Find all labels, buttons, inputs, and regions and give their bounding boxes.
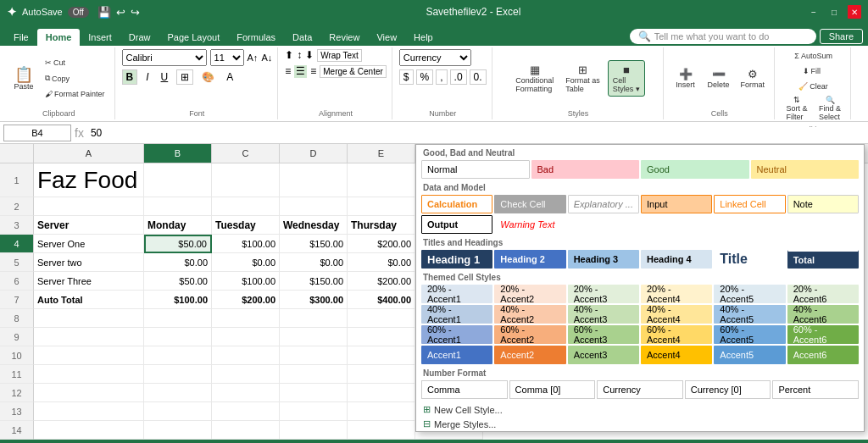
cell-b3[interactable]: Monday <box>144 216 212 235</box>
cell-a3[interactable]: Server <box>34 216 144 235</box>
cell-a8[interactable] <box>34 309 144 328</box>
bold-button[interactable]: B <box>122 69 138 85</box>
col-header-e[interactable]: E <box>348 144 415 163</box>
cell-styles-button[interactable]: ■ CellStyles ▾ <box>608 60 645 97</box>
cell-d8[interactable] <box>280 309 348 328</box>
cell-d13[interactable] <box>280 402 348 421</box>
cell-b4[interactable]: $50.00 <box>144 235 212 253</box>
cell-a2[interactable] <box>34 197 144 216</box>
cell-a9[interactable] <box>34 328 144 346</box>
accent2-btn[interactable]: Accent2 <box>494 346 565 364</box>
style-note-btn[interactable]: Note <box>787 195 859 213</box>
cell-b7[interactable]: $100.00 <box>144 291 212 309</box>
cell-c11[interactable] <box>212 365 280 384</box>
style-check-btn[interactable]: Check Cell <box>494 195 565 213</box>
copy-button[interactable]: ⧉Copy <box>41 71 109 86</box>
accent5-20-btn[interactable]: 20% - Accent5 <box>714 285 785 303</box>
accent2-20-btn[interactable]: 20% - Accent2 <box>494 285 565 303</box>
number-format-select[interactable]: Currency <box>399 49 471 66</box>
accent4-20-btn[interactable]: 20% - Accent4 <box>641 285 712 303</box>
font-size-select[interactable]: 11 <box>210 49 244 66</box>
cell-b8[interactable] <box>144 309 212 328</box>
cell-d1[interactable] <box>280 163 348 197</box>
redo-icon[interactable]: ↪ <box>131 6 140 19</box>
italic-button[interactable]: I <box>142 70 152 84</box>
cell-a10[interactable] <box>34 346 144 365</box>
name-box[interactable]: B4 <box>3 125 71 141</box>
new-cell-style-link[interactable]: ⊞ New Cell Style... <box>416 402 864 417</box>
cell-c5[interactable]: $0.00 <box>212 253 280 272</box>
format-painter-button[interactable]: 🖌Format Painter <box>41 87 109 101</box>
cell-a14[interactable] <box>34 421 144 440</box>
style-neutral-btn[interactable]: Neutral <box>751 160 860 179</box>
cell-b10[interactable] <box>144 346 212 365</box>
font-family-select[interactable]: Calibri <box>122 49 207 66</box>
fill-button[interactable]: ⬇Fill <box>798 64 829 78</box>
increase-decimal-button[interactable]: .0 <box>450 69 467 85</box>
cell-c4[interactable]: $100.00 <box>212 235 280 253</box>
insert-button[interactable]: ➕ Insert <box>670 65 701 91</box>
col-header-c[interactable]: C <box>212 144 280 163</box>
style-h2-btn[interactable]: Heading 2 <box>494 250 565 269</box>
style-h3-btn[interactable]: Heading 3 <box>568 250 639 269</box>
format-button[interactable]: ⚙ Format <box>737 65 770 91</box>
cell-c13[interactable] <box>212 402 280 421</box>
cell-d10[interactable] <box>280 346 348 365</box>
percent-button[interactable]: % <box>416 69 434 85</box>
formula-input[interactable]: 50 <box>87 127 865 139</box>
cell-b2[interactable] <box>144 197 212 216</box>
style-input-btn[interactable]: Input <box>641 195 712 213</box>
close-btn[interactable]: ✕ <box>848 5 861 19</box>
merge-styles-link[interactable]: ⊟ Merge Styles... <box>416 417 864 431</box>
cell-e9[interactable] <box>348 328 415 346</box>
accent3-40-btn[interactable]: 40% - Accent3 <box>568 305 639 324</box>
comma0-format-btn[interactable]: Comma [0] <box>509 380 596 399</box>
accent1-btn[interactable]: Accent1 <box>421 346 492 364</box>
cell-d5[interactable]: $0.00 <box>280 253 348 272</box>
accent5-60-btn[interactable]: 60% - Accent5 <box>714 325 785 344</box>
align-top-icon[interactable]: ⬆ <box>285 49 293 62</box>
align-middle-icon[interactable]: ↕ <box>297 49 302 62</box>
tab-formulas[interactable]: Formulas <box>228 29 284 46</box>
cell-e6[interactable]: $200.00 <box>348 272 415 291</box>
col-header-a[interactable]: A <box>34 144 144 163</box>
cell-d7[interactable]: $300.00 <box>280 291 348 309</box>
align-center-icon[interactable]: ☰ <box>294 65 307 78</box>
style-output-btn[interactable]: Output <box>421 215 492 234</box>
col-header-b[interactable]: B <box>144 144 212 163</box>
cell-c12[interactable] <box>212 384 280 402</box>
accent4-60-btn[interactable]: 60% - Accent4 <box>641 325 712 344</box>
search-bar[interactable]: 🔍 Tell me what you want to do <box>630 29 816 44</box>
cell-c6[interactable]: $100.00 <box>212 272 280 291</box>
underline-button[interactable]: U <box>158 70 172 84</box>
style-calculation-btn[interactable]: Calculation <box>421 195 492 213</box>
accent5-btn[interactable]: Accent5 <box>714 346 785 364</box>
cell-e7[interactable]: $400.00 <box>348 291 415 309</box>
cell-d4[interactable]: $150.00 <box>280 235 348 253</box>
cell-c14[interactable] <box>212 421 280 440</box>
cell-c9[interactable] <box>212 328 280 346</box>
cell-a1[interactable]: Faz Food <box>34 163 144 197</box>
cell-e14[interactable] <box>348 421 415 440</box>
style-bad-btn[interactable]: Bad <box>531 160 640 179</box>
cell-e8[interactable] <box>348 309 415 328</box>
cell-e12[interactable] <box>348 384 415 402</box>
cell-a7[interactable]: Auto Total <box>34 291 144 309</box>
cell-d11[interactable] <box>280 365 348 384</box>
style-total-btn[interactable]: Total <box>787 250 859 269</box>
cell-b9[interactable] <box>144 328 212 346</box>
accent6-60-btn[interactable]: 60% - Accent6 <box>787 325 859 344</box>
cut-button[interactable]: ✂Cut <box>41 56 109 69</box>
cell-e4[interactable]: $200.00 <box>348 235 415 253</box>
cell-e1[interactable] <box>348 163 415 197</box>
tab-insert[interactable]: Insert <box>80 29 120 46</box>
cell-e13[interactable] <box>348 402 415 421</box>
accent1-20-btn[interactable]: 20% - Accent1 <box>421 285 492 303</box>
border-button[interactable]: ⊞ <box>176 69 193 85</box>
align-left-icon[interactable]: ≡ <box>285 65 291 78</box>
cell-d14[interactable] <box>280 421 348 440</box>
accent3-60-btn[interactable]: 60% - Accent3 <box>568 325 639 344</box>
cell-e2[interactable] <box>348 197 415 216</box>
accent3-20-btn[interactable]: 20% - Accent3 <box>568 285 639 303</box>
conditional-formatting-button[interactable]: ▦ ConditionalFormatting <box>511 61 558 96</box>
